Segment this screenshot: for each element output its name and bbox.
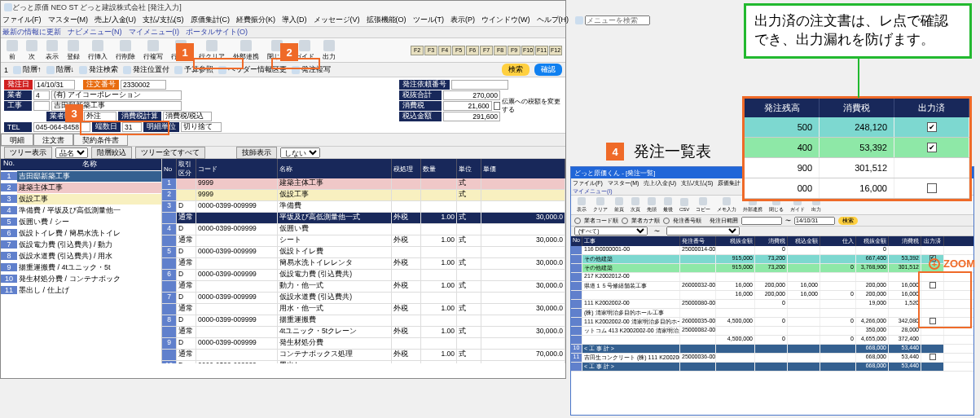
lw-row[interactable]: 11吉田生コンクリート (株) 111 K2002004-00 寄住ビル新築工事… — [571, 354, 973, 363]
tree-row[interactable]: 1吉田邸新築工事 — [1, 170, 161, 182]
work-code[interactable] — [33, 101, 50, 111]
lw-row[interactable]: < 工 事 計 >668,00053,440 — [571, 363, 973, 372]
grid-row[interactable]: 4D0000-0399-009999仮囲い費 — [162, 224, 565, 235]
vendor-name[interactable]: (有) アイコーポレーション — [51, 90, 182, 100]
fkey[interactable]: F12 — [549, 46, 562, 55]
output-checkbox[interactable]: ✔ — [927, 122, 937, 132]
lw-menu-item[interactable]: 原価集計 — [718, 179, 740, 187]
filter-item[interactable]: 品名 — [55, 147, 88, 158]
lw-toolbar-button[interactable]: 表示 — [574, 196, 589, 214]
grid-row[interactable]: 通常コンテナボックス処理外税1.00式70,000.0 — [162, 350, 565, 361]
confirm-pill[interactable]: 確認 — [534, 64, 562, 76]
lw-output-checkbox[interactable] — [929, 318, 936, 324]
vendor-code[interactable]: 4 — [33, 90, 50, 100]
fkey[interactable]: F5 — [452, 46, 465, 55]
menu-item[interactable]: 売上/入金(U) — [94, 15, 136, 25]
subtoolbar-button[interactable]: 発注検索 — [79, 64, 118, 75]
fkey[interactable]: F2 — [411, 46, 424, 55]
menu-item[interactable]: メッセージ(V) — [314, 15, 360, 25]
grid-row[interactable]: 通常用水・他一式外税1.00式30,000.0 — [162, 304, 565, 315]
menu-item[interactable]: 原価集計(C) — [191, 15, 231, 25]
tree-display-btn[interactable]: ツリー表示 — [4, 147, 52, 159]
lw-toolbar-button[interactable]: コピー — [693, 196, 713, 214]
lw-menu-item[interactable]: 売上/入金(U) — [644, 179, 676, 187]
toolbar-button[interactable]: 行複写 — [141, 39, 165, 62]
lw-row[interactable]: 116 D0000001-0025000014-0000 — [571, 246, 973, 255]
lw-row[interactable]: ットコム 413 K2002002-00 清家明治多目的ホール工事2500008… — [571, 327, 973, 336]
grid-row[interactable]: 通常シート外税1.00式30,000.0 — [162, 235, 565, 247]
subtoolbar-button[interactable]: 発注位置付 — [123, 64, 169, 75]
lw-row[interactable]: その他建築915,00073,20003,768,900301,512 — [571, 264, 973, 273]
toolbar-button[interactable]: 前 — [4, 39, 20, 62]
toolbar-button[interactable]: 出力 — [320, 39, 338, 62]
fkey[interactable]: F9 — [508, 46, 521, 55]
toolbar-button[interactable]: 行削除 — [113, 39, 138, 62]
grid-row[interactable]: 6D0000-0399-009999仮設電力費 (引込費共) — [162, 270, 565, 281]
fkey[interactable]: F10 — [521, 46, 534, 55]
grid-row[interactable]: 通常平坂及び高低測量他一式外税1.00式30,000.0 — [162, 213, 565, 224]
tab-contract[interactable]: 契約条件書 — [73, 134, 128, 146]
grid-row[interactable]: 7D0000-0399-009999仮設水道費 (引込費共) — [162, 293, 565, 304]
fkey[interactable]: F11 — [535, 46, 548, 55]
menu-item[interactable]: ツール(T) — [413, 15, 445, 25]
lw-row[interactable]: 10< 工 事 計 >668,00053,440 — [571, 345, 973, 354]
lw-output-checkbox[interactable] — [929, 354, 936, 360]
fkey[interactable]: F8 — [494, 46, 507, 55]
tree-row[interactable]: 4 準備費 / 平坂及び高低測量他一 — [1, 205, 161, 216]
toolbar-button[interactable]: 表示 — [43, 39, 61, 62]
menu-item[interactable]: ファイル(F) — [2, 15, 42, 25]
menu-item[interactable]: ヘルプ(H) — [537, 15, 569, 25]
grid-row[interactable]: 通常4tユニック・5tクレーン外税1.00式30,000.0 — [162, 327, 565, 338]
grid-row[interactable]: 5D0000-0399-009999仮設トイレ費 — [162, 247, 565, 258]
grid-row[interactable]: 通常簡易水洗トイレレンタ外税1.00式30,000.0 — [162, 258, 565, 270]
lw-row[interactable]: 4,500,000004,655,000372,400 — [571, 336, 973, 345]
output-checkbox[interactable] — [927, 183, 937, 193]
lw-toolbar-button[interactable]: 最後 — [661, 196, 675, 214]
toolbar-button[interactable]: 登録 — [64, 39, 82, 62]
lw-toolbar-button[interactable]: 次頁 — [628, 196, 643, 214]
grid-row[interactable]: 8D0000-0399-009999揚重運搬費 — [162, 315, 565, 327]
fkey[interactable]: F6 — [466, 46, 479, 55]
lw-toolbar-button[interactable]: クリア — [591, 196, 610, 214]
submenu-item[interactable]: 最新の情報に更新 — [2, 27, 61, 37]
tree-all-btn[interactable]: ツリー全てすべて — [135, 147, 205, 159]
lw-toolbar-button[interactable]: メモ入力 — [714, 196, 739, 214]
tax-calc[interactable]: 消費税/税込 — [163, 112, 212, 121]
date-from[interactable] — [741, 217, 782, 225]
fkey[interactable]: F4 — [438, 46, 451, 55]
lw-work-select[interactable]: (すべて) — [574, 227, 648, 235]
radio-order-no[interactable] — [663, 218, 670, 224]
subtoolbar-button[interactable]: 階層↓ — [46, 64, 75, 75]
lw-search-btn[interactable]: 検索 — [838, 217, 858, 225]
fkey[interactable]: F7 — [480, 46, 493, 55]
grid-row[interactable]: 10D0000-0399-009999墨出し — [162, 361, 565, 363]
lw-menu-item[interactable]: ファイル(F) — [573, 179, 603, 187]
menu-item[interactable]: 拡張機能(O) — [367, 15, 407, 25]
radio-vendor-kana[interactable] — [622, 218, 628, 224]
tree-row[interactable]: 9 揚重運搬費 / 4tユニック・5t — [1, 262, 161, 273]
search-pill[interactable]: 検索 — [502, 64, 530, 76]
menu-item[interactable]: 支払/支払(S) — [143, 15, 184, 25]
level-filter-btn[interactable]: 階層絞込 — [91, 147, 132, 159]
lw-output-checkbox[interactable] — [929, 282, 936, 288]
toolbar-button[interactable]: 行挿入 — [86, 39, 110, 62]
date-to[interactable] — [794, 217, 835, 225]
tab-detail[interactable]: 明細 — [1, 134, 33, 146]
lw-work-select2[interactable] — [666, 227, 740, 235]
lw-row[interactable]: その他建築915,00073,200667,40053,392 — [571, 255, 973, 264]
lw-row[interactable]: 111 K2002002-0025000080-00019,0001,520 — [571, 300, 973, 309]
submenu-item[interactable]: ポータルサイト(O) — [186, 27, 248, 37]
approv-no[interactable] — [451, 80, 508, 90]
radio-vendor-code[interactable] — [574, 218, 581, 224]
output-checkbox[interactable]: ✔ — [927, 143, 937, 152]
lw-toolbar-button[interactable]: 先頭 — [644, 196, 659, 214]
lw-menu-item[interactable]: 支払/支払(S) — [681, 179, 713, 187]
tree-row[interactable]: 5 仮囲い費 / シー — [1, 216, 161, 227]
grid-row[interactable]: 通常動力・他一式外税1.00式30,000.0 — [162, 281, 565, 293]
lw-menu-item[interactable]: マスター(M) — [608, 179, 639, 187]
vendor-kbn[interactable]: 外注 — [84, 112, 116, 121]
tree-row[interactable]: 10 発生材処分費 / コンテナボック — [1, 273, 161, 284]
lw-row[interactable]: 16,000200,00016,0000200,00016,000 — [571, 291, 973, 300]
grid-row[interactable]: 9D0000-0399-009999発生材処分費 — [162, 338, 565, 350]
order-date-field[interactable]: 14/10/31 — [34, 80, 75, 90]
